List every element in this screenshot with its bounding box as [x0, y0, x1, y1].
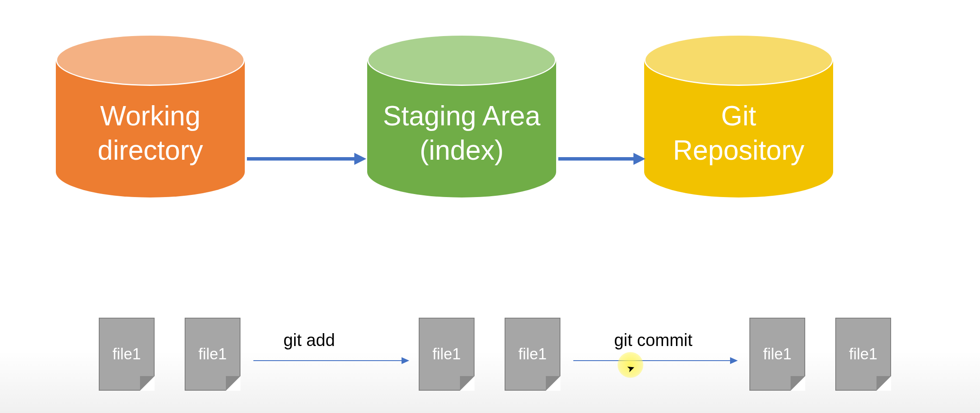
file-label: file1: [100, 345, 154, 363]
git-commit-label: git commit: [614, 331, 692, 350]
git-repository-label: Git Repository: [644, 99, 833, 167]
git-add-label: git add: [283, 331, 335, 350]
working-directory-label: Working directory: [56, 99, 245, 167]
text-line: (index): [420, 135, 504, 166]
cylinder-top: [367, 34, 556, 86]
staging-area-label: Staging Area (index): [367, 99, 556, 167]
arrow-shaft: [247, 157, 354, 161]
text-line: Git: [721, 100, 756, 131]
file-icon: file1: [99, 318, 155, 391]
arrow-shaft: [253, 360, 402, 361]
git-repository-cylinder: Git Repository: [644, 34, 833, 197]
arrow-head-icon: [402, 357, 409, 364]
text-line: Staging Area: [383, 100, 541, 131]
arrow-shaft: [558, 157, 633, 161]
arrow-head-icon: [354, 153, 366, 165]
cylinder-top: [56, 34, 245, 86]
file-icon: file1: [835, 318, 891, 391]
staging-area-cylinder: Staging Area (index): [367, 34, 556, 197]
file-label: file1: [420, 345, 474, 363]
text-line: directory: [97, 135, 203, 166]
cylinder-top: [644, 34, 833, 86]
file-icon: file1: [419, 318, 475, 391]
arrow-head-icon: [730, 357, 738, 364]
file-label: file1: [505, 345, 560, 363]
arrow-shaft: [573, 360, 730, 361]
text-line: Repository: [673, 135, 804, 166]
file-icon: file1: [185, 318, 240, 391]
file-label: file1: [750, 345, 804, 363]
arrow-head-icon: [633, 153, 645, 165]
file-icon: file1: [505, 318, 560, 391]
working-directory-cylinder: Working directory: [56, 34, 245, 197]
file-label: file1: [186, 345, 240, 363]
file-label: file1: [836, 345, 890, 363]
text-line: Working: [100, 100, 201, 131]
file-icon: file1: [749, 318, 805, 391]
